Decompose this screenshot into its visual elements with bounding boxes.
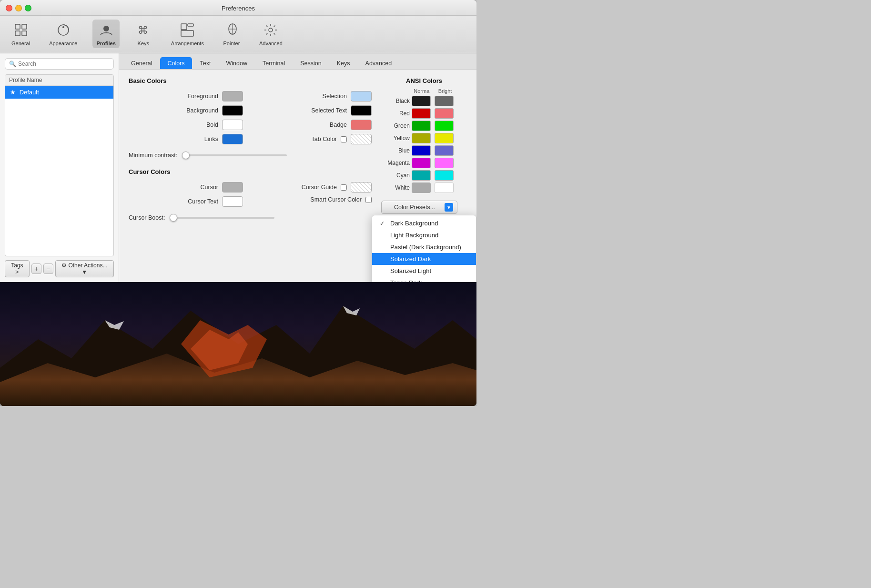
- basic-colors-title: Basic Colors: [129, 77, 372, 84]
- cursor-guide-swatch[interactable]: [351, 182, 372, 193]
- contrast-slider[interactable]: [182, 154, 287, 156]
- ansi-magenta-normal[interactable]: [412, 158, 431, 168]
- cursor-left-col: Cursor Cursor Text: [129, 182, 243, 207]
- preset-dark-bg[interactable]: ✓ Dark Background: [372, 217, 476, 229]
- tab-keys[interactable]: Keys: [330, 57, 357, 69]
- ansi-row-cyan: Cyan: [381, 170, 467, 181]
- foreground-swatch[interactable]: [222, 91, 243, 101]
- general-icon: [12, 21, 30, 39]
- ansi-yellow-normal[interactable]: [412, 133, 431, 143]
- close-button[interactable]: [6, 5, 12, 11]
- ansi-yellow-bright[interactable]: [435, 133, 454, 143]
- cursor-swatch[interactable]: [222, 182, 243, 193]
- cursor-boost-slider[interactable]: [170, 217, 274, 219]
- advanced-icon: [262, 21, 279, 39]
- background-swatch[interactable]: [222, 105, 243, 116]
- ansi-green-bright[interactable]: [435, 121, 454, 131]
- smart-cursor-label: Smart Cursor Color: [310, 196, 362, 203]
- tab-text[interactable]: Text: [193, 57, 218, 69]
- ansi-blue-normal[interactable]: [412, 145, 431, 156]
- ansi-black-label: Black: [381, 98, 410, 104]
- toolbar-general[interactable]: General: [8, 20, 34, 48]
- preset-solarized-light[interactable]: Solarized Light: [372, 265, 476, 277]
- tags-button[interactable]: Tags >: [5, 260, 30, 277]
- toolbar-pointer[interactable]: Pointer: [219, 20, 244, 48]
- bold-swatch[interactable]: [222, 120, 243, 130]
- toolbar: General Appearance Profiles ⌘ Keys: [0, 16, 476, 53]
- toolbar-advanced-label: Advanced: [259, 41, 283, 46]
- toolbar-profiles[interactable]: Profiles: [92, 20, 119, 48]
- svg-point-5: [62, 26, 64, 28]
- tab-colors[interactable]: Colors: [160, 57, 192, 69]
- color-row-foreground: Foreground: [129, 91, 243, 101]
- ansi-red-label: Red: [381, 110, 410, 117]
- ansi-black-normal[interactable]: [412, 96, 431, 106]
- other-actions-arrow: ▼: [81, 269, 87, 275]
- preset-solarized-dark[interactable]: Solarized Dark: [372, 253, 476, 265]
- toolbar-pointer-label: Pointer: [223, 41, 240, 46]
- basic-right-col: Selection Selected Text Badge: [257, 91, 372, 144]
- preset-pastel-dark[interactable]: Pastel (Dark Background): [372, 241, 476, 253]
- search-input[interactable]: [18, 61, 110, 67]
- ansi-white-normal[interactable]: [412, 182, 431, 193]
- selected-text-swatch[interactable]: [351, 105, 372, 116]
- toolbar-arrangements-label: Arrangements: [171, 41, 204, 46]
- smart-cursor-checkbox[interactable]: [365, 197, 372, 203]
- ansi-magenta-bright[interactable]: [435, 158, 454, 168]
- ansi-blue-bright[interactable]: [435, 145, 454, 156]
- ansi-black-bright[interactable]: [435, 96, 454, 106]
- preset-tango-dark[interactable]: Tango Dark: [372, 277, 476, 282]
- tab-color-checkbox-row: [341, 134, 372, 144]
- tab-window[interactable]: Window: [219, 57, 254, 69]
- tab-general[interactable]: General: [124, 57, 159, 69]
- color-row-smart-cursor: Smart Cursor Color: [257, 196, 372, 203]
- ansi-header: Normal Bright: [381, 88, 467, 94]
- ansi-magenta-label: Magenta: [381, 160, 410, 166]
- main-content: 🔍 Profile Name ★ Default Tags > + − ⚙ Ot…: [0, 53, 476, 282]
- tab-color-checkbox[interactable]: [341, 136, 347, 142]
- tab-session[interactable]: Session: [293, 57, 328, 69]
- ansi-red-bright[interactable]: [435, 108, 454, 119]
- other-actions-button[interactable]: ⚙ Other Actions... ▼: [55, 260, 114, 277]
- pointer-icon: [223, 21, 240, 39]
- minimize-button[interactable]: [15, 5, 22, 11]
- preset-light-bg[interactable]: Light Background: [372, 229, 476, 241]
- presets-chevron-icon: ▼: [445, 203, 453, 212]
- badge-swatch[interactable]: [351, 120, 372, 130]
- links-swatch[interactable]: [222, 134, 243, 144]
- basic-colors-grid: Foreground Background Bold: [129, 91, 372, 144]
- ansi-cyan-bright[interactable]: [435, 170, 454, 181]
- toolbar-advanced[interactable]: Advanced: [255, 20, 286, 48]
- window-title: Preferences: [222, 5, 255, 12]
- toolbar-arrangements[interactable]: Arrangements: [167, 20, 208, 48]
- add-profile-button[interactable]: +: [31, 264, 41, 274]
- maximize-button[interactable]: [25, 5, 31, 11]
- background-area: [0, 282, 476, 406]
- color-row-badge: Badge: [257, 120, 372, 130]
- ansi-white-bright[interactable]: [435, 182, 454, 193]
- ansi-red-normal[interactable]: [412, 108, 431, 119]
- tab-terminal[interactable]: Terminal: [255, 57, 292, 69]
- svg-rect-0: [15, 24, 20, 29]
- color-presets-button[interactable]: Color Presets... ▼: [381, 201, 457, 214]
- cursor-guide-checkbox[interactable]: [341, 184, 347, 191]
- ansi-empty-col: [381, 88, 410, 94]
- tab-advanced[interactable]: Advanced: [358, 57, 399, 69]
- search-box[interactable]: 🔍: [5, 58, 114, 70]
- toolbar-keys[interactable]: ⌘ Keys: [131, 20, 156, 48]
- ansi-green-normal[interactable]: [412, 121, 431, 131]
- contrast-row: Minimum contrast:: [129, 152, 372, 159]
- profile-item-default[interactable]: ★ Default: [5, 86, 113, 99]
- cursor-text-swatch[interactable]: [222, 196, 243, 207]
- selection-swatch[interactable]: [351, 91, 372, 101]
- ansi-row-yellow: Yellow: [381, 133, 467, 143]
- toolbar-appearance[interactable]: Appearance: [45, 20, 81, 48]
- star-icon: ★: [10, 89, 16, 96]
- tab-bar: General Colors Text Window Terminal Sess…: [119, 53, 476, 70]
- selected-text-label: Selected Text: [309, 107, 347, 114]
- remove-profile-button[interactable]: −: [43, 264, 53, 274]
- tab-color-swatch[interactable]: [351, 134, 372, 144]
- ansi-row-magenta: Magenta: [381, 158, 467, 168]
- ansi-cyan-normal[interactable]: [412, 170, 431, 181]
- colors-left: Basic Colors Foreground Background: [129, 77, 372, 221]
